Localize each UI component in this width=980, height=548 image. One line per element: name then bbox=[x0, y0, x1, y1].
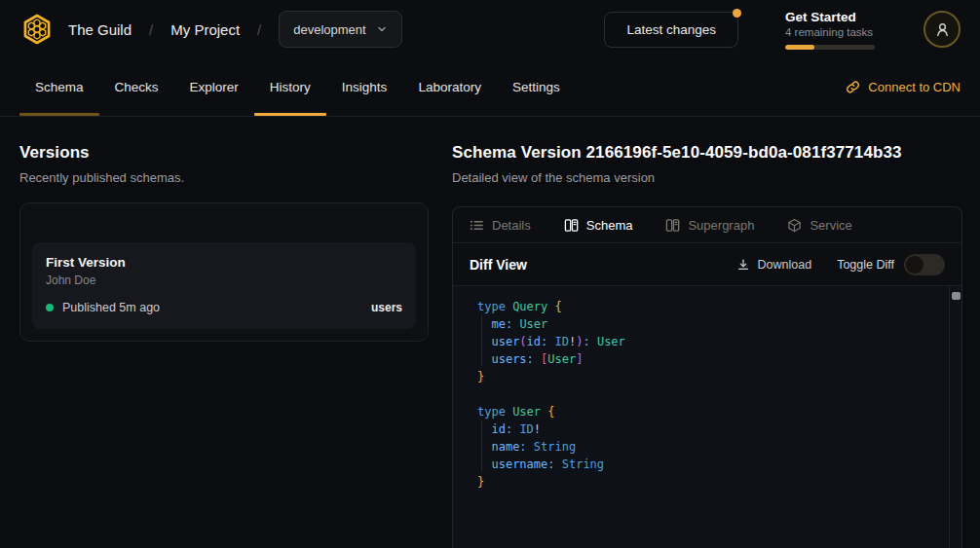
toggle-diff-switch[interactable] bbox=[904, 254, 945, 275]
version-name: First Version bbox=[46, 255, 402, 270]
code-scrollbar-thumb[interactable] bbox=[952, 292, 961, 300]
person-icon bbox=[934, 21, 951, 38]
get-started-progress-fill bbox=[785, 45, 814, 50]
code-line: id: ID! bbox=[477, 420, 942, 438]
code-line: me: User bbox=[477, 315, 942, 333]
nav-tab-history[interactable]: History bbox=[254, 58, 326, 116]
hive-logo-icon[interactable] bbox=[19, 12, 55, 47]
detail-tab-schema[interactable]: Schema bbox=[564, 218, 633, 233]
version-detail-panel: DetailsSchemaSupergraphService Diff View… bbox=[452, 206, 962, 548]
code-line: } bbox=[477, 473, 942, 491]
service-badge: users bbox=[371, 301, 402, 314]
chevron-down-icon bbox=[376, 23, 388, 35]
version-detail-subtitle: Detailed view of the schema version bbox=[452, 170, 962, 185]
version-detail-title: Schema Version 2166196f-5e10-4059-bd0a-0… bbox=[452, 143, 962, 163]
get-started-title: Get Started bbox=[785, 10, 875, 24]
indent-guide bbox=[481, 420, 482, 471]
user-avatar[interactable] bbox=[923, 11, 961, 48]
detail-tab-details[interactable]: Details bbox=[470, 218, 531, 233]
main-content: Versions Recently published schemas. Fir… bbox=[0, 117, 980, 548]
detail-tab-label: Supergraph bbox=[688, 218, 754, 233]
versions-title: Versions bbox=[19, 143, 429, 163]
schema-code-viewer[interactable]: type Query { me: User user(id: ID!): Use… bbox=[453, 286, 961, 548]
code-scrollbar[interactable] bbox=[949, 286, 961, 548]
diff-actions: Download Toggle Diff bbox=[736, 254, 945, 275]
nav-tabs: SchemaChecksExplorerHistoryInsightsLabor… bbox=[19, 58, 576, 116]
main-nav: SchemaChecksExplorerHistoryInsightsLabor… bbox=[0, 58, 980, 117]
get-started-progressbar bbox=[785, 45, 875, 50]
published-status-dot bbox=[46, 304, 54, 311]
connect-to-cdn-link[interactable]: Connect to CDN bbox=[846, 58, 961, 116]
nav-tab-checks[interactable]: Checks bbox=[99, 58, 174, 116]
download-label: Download bbox=[758, 258, 812, 272]
header-right-group: Latest changes Get Started 4 remaining t… bbox=[604, 10, 961, 50]
get-started-subtitle: 4 remaining tasks bbox=[785, 26, 875, 38]
diff-view-title: Diff View bbox=[470, 257, 527, 273]
box-icon bbox=[787, 218, 802, 233]
download-button[interactable]: Download bbox=[736, 258, 812, 272]
get-started-widget[interactable]: Get Started 4 remaining tasks bbox=[785, 10, 875, 50]
panes-icon bbox=[564, 218, 579, 233]
nav-tab-schema[interactable]: Schema bbox=[19, 58, 99, 116]
breadcrumb-project[interactable]: My Project bbox=[170, 21, 240, 38]
code-line: type User { bbox=[477, 403, 942, 420]
versions-column: Versions Recently published schemas. Fir… bbox=[19, 143, 429, 548]
target-selector-value: development bbox=[293, 22, 365, 37]
download-icon bbox=[736, 258, 750, 272]
list-icon bbox=[470, 218, 484, 233]
notification-dot bbox=[733, 9, 741, 18]
breadcrumb-separator: / bbox=[257, 21, 261, 38]
detail-tab-service[interactable]: Service bbox=[787, 218, 851, 233]
code-line: type Query { bbox=[477, 298, 942, 315]
version-list-item[interactable]: First Version John Doe Published 5m ago … bbox=[32, 242, 416, 329]
panes-icon bbox=[665, 218, 680, 233]
indent-guide bbox=[481, 315, 482, 366]
detail-tab-label: Schema bbox=[586, 218, 633, 233]
nav-tab-settings[interactable]: Settings bbox=[497, 58, 576, 116]
latest-changes-label: Latest changes bbox=[626, 22, 716, 37]
detail-tabs: DetailsSchemaSupergraphService bbox=[453, 207, 961, 243]
detail-tab-supergraph[interactable]: Supergraph bbox=[665, 218, 754, 233]
breadcrumb-separator: / bbox=[149, 21, 153, 38]
nav-tab-laboratory[interactable]: Laboratory bbox=[402, 58, 497, 116]
toggle-diff-label: Toggle Diff bbox=[837, 258, 894, 272]
versions-subtitle: Recently published schemas. bbox=[19, 170, 429, 185]
target-selector[interactable]: development bbox=[279, 11, 401, 48]
versions-list-card: First Version John Doe Published 5m ago … bbox=[19, 202, 429, 342]
code-line: user(id: ID!): User bbox=[477, 333, 942, 350]
nav-tab-insights[interactable]: Insights bbox=[326, 58, 403, 116]
diff-header: Diff View Download Toggle Diff bbox=[453, 243, 961, 286]
toggle-diff-group: Toggle Diff bbox=[837, 254, 945, 275]
detail-tab-label: Service bbox=[810, 218, 851, 233]
code-line: users: [User] bbox=[477, 350, 942, 368]
link-icon bbox=[846, 80, 860, 94]
code-line bbox=[477, 385, 942, 403]
toggle-knob bbox=[906, 256, 923, 274]
latest-changes-button[interactable]: Latest changes bbox=[604, 12, 738, 48]
connect-to-cdn-label: Connect to CDN bbox=[868, 80, 961, 94]
version-detail-column: Schema Version 2166196f-5e10-4059-bd0a-0… bbox=[452, 143, 962, 548]
detail-tab-label: Details bbox=[492, 218, 531, 233]
code-lines: type Query { me: User user(id: ID!): Use… bbox=[477, 298, 942, 491]
version-status-row: Published 5m ago users bbox=[46, 301, 402, 314]
code-line: } bbox=[477, 368, 942, 385]
top-header: The Guild / My Project / development Lat… bbox=[0, 0, 980, 58]
nav-tab-explorer[interactable]: Explorer bbox=[174, 58, 254, 116]
code-line: name: String bbox=[477, 438, 942, 456]
breadcrumb: The Guild / My Project / bbox=[68, 21, 261, 38]
code-line: username: String bbox=[477, 456, 942, 473]
version-author: John Doe bbox=[46, 274, 402, 287]
version-status-text: Published 5m ago bbox=[62, 301, 160, 314]
breadcrumb-org[interactable]: The Guild bbox=[68, 21, 132, 38]
